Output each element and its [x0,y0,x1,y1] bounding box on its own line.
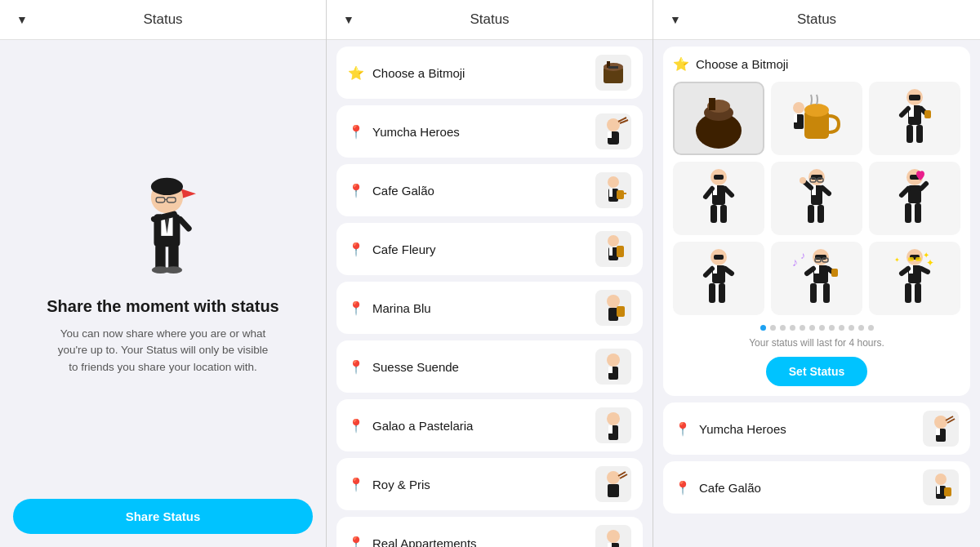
svg-point-31 [608,235,619,247]
bitmoji-option-9[interactable]: ✦ ✦ ✦ [869,242,960,315]
panel-2-title: Status [470,11,509,28]
svg-rect-137 [936,429,940,435]
svg-point-15 [164,266,181,274]
list-item[interactable]: 📍 Real Appartements [336,517,643,547]
p3-list-item-2[interactable]: 📍 Cafe Galão [663,461,970,514]
svg-point-59 [804,104,829,117]
bitmoji-option-4[interactable] [673,162,764,235]
svg-rect-25 [608,131,612,138]
item-left: 📍 Yumcha Heroes [675,421,786,437]
item-bitmoji [595,407,631,443]
svg-rect-106 [719,283,725,303]
pin-icon: 📍 [348,418,364,434]
item-left: 📍 Roy & Pris [348,477,430,492]
panel-1-chevron[interactable]: ▼ [16,13,28,26]
bitmoji-option-7[interactable] [673,242,764,315]
item-bitmoji [595,172,631,208]
bitmoji-selector-card: ⭐ Choose a Bitmoji [663,47,970,396]
svg-rect-29 [617,190,624,199]
svg-rect-28 [609,189,612,197]
svg-line-113 [807,269,813,274]
svg-rect-73 [714,175,724,180]
svg-line-104 [725,269,732,274]
dot-7 [819,325,825,331]
svg-point-38 [607,354,620,367]
panel-2-chevron[interactable]: ▼ [343,13,354,26]
svg-point-21 [607,118,620,131]
dot-5 [800,325,805,331]
svg-text:✦: ✦ [894,256,900,264]
svg-point-35 [607,295,620,308]
p3-list-item-1[interactable]: 📍 Yumcha Heroes [663,402,970,455]
dot-12 [868,325,874,331]
pin-icon: 📍 [348,477,364,492]
svg-rect-62 [794,114,797,122]
list-item[interactable]: 📍 Cafe Fleury [336,223,643,275]
svg-line-103 [706,269,712,275]
svg-rect-79 [720,205,727,223]
svg-rect-122 [908,257,914,261]
svg-rect-45 [608,484,619,497]
item-left: 📍 Real Appartements [348,536,477,548]
svg-line-96 [921,184,926,189]
set-status-button[interactable]: Set Status [766,357,867,386]
choose-bitmoji-label: Choose a Bitmoji [696,57,788,71]
list-item[interactable]: ⭐ Choose a Bitmoji [336,47,643,99]
item-name: Suesse Suende [372,360,459,374]
list-item-roy-pris[interactable]: 📍 Roy & Pris [336,458,643,510]
item-left: 📍 Yumcha Heroes [348,124,460,140]
item-left: 📍 Galao a Pastelaria [348,418,473,434]
panel-3-chevron[interactable]: ▼ [670,13,681,26]
star-icon: ⭐ [348,65,364,81]
bitmoji-option-3[interactable] [869,82,960,155]
svg-rect-105 [709,283,715,303]
item-bitmoji [595,466,631,502]
item-name: Yumcha Heroes [699,422,786,436]
bitmoji-illustration [102,150,225,281]
item-left: 📍 Suesse Suende [348,359,459,375]
item-bitmoji [923,411,959,447]
bitmoji-grid: ♪ ♪ [673,82,960,315]
bitmoji-option-5[interactable] [771,162,862,235]
pin-icon: 📍 [348,359,364,375]
list-item[interactable]: 📍 Galao a Pastelaria [336,399,643,451]
bitmoji-option-2[interactable] [771,82,862,155]
list-item[interactable]: 📍 Marina Blu [336,282,643,334]
svg-rect-64 [909,95,920,100]
panel-1-title: Status [143,11,182,28]
item-name: Yumcha Heroes [372,125,460,139]
item-name: Cafe Fleury [372,242,436,256]
svg-rect-119 [823,283,830,303]
item-left: 📍 Cafe Galão [348,183,434,198]
svg-rect-78 [710,205,717,223]
share-status-button[interactable]: Share Status [13,499,313,534]
dot-1 [760,325,766,331]
item-name: Roy & Pris [372,478,430,491]
svg-rect-115 [831,269,838,277]
item-bitmoji [595,349,631,385]
svg-rect-100 [714,255,724,260]
svg-line-67 [902,109,908,115]
item-bitmoji [595,231,631,267]
panel-3: ▼ Status ⭐ Choose a Bitmoji [653,0,980,547]
svg-text:♪: ♪ [792,256,798,269]
svg-rect-98 [915,203,921,223]
panel-2: ▼ Status ⭐ Choose a Bitmoji [327,0,653,547]
list-item[interactable]: 📍 Suesse Suende [336,340,643,393]
svg-rect-118 [810,283,817,303]
list-item[interactable]: 📍 Yumcha Heroes [336,105,643,158]
svg-rect-12 [155,245,165,270]
item-name: Cafe Galão [699,481,761,495]
item-name: Choose a Bitmoji [372,66,465,80]
item-left: 📍 Marina Blu [348,300,431,316]
list-item[interactable]: 📍 Cafe Galão [336,164,643,216]
bitmoji-option-6[interactable] [869,162,960,235]
svg-point-133 [934,416,947,429]
dot-9 [839,325,844,331]
svg-line-76 [706,189,712,197]
bitmoji-option-1[interactable] [673,82,764,155]
pin-icon: 📍 [348,124,364,140]
status-duration: Your status will last for 4 hours. [673,337,960,349]
bitmoji-option-8[interactable]: ♪ ♪ [771,242,862,315]
share-title: Share the moment with status [47,297,279,316]
